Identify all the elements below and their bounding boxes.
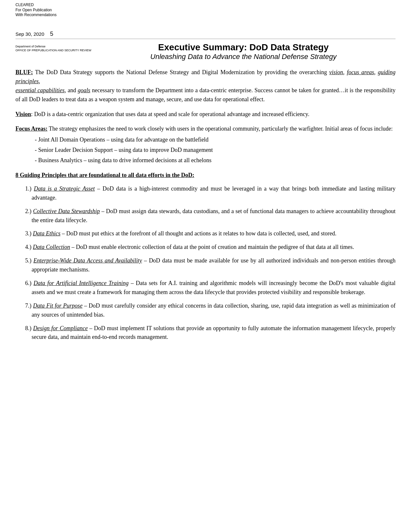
vision-label: Vision bbox=[15, 111, 31, 117]
focus-text: The strategy emphasizes the need to work… bbox=[47, 125, 393, 132]
principle-3-title: Data Ethics bbox=[33, 230, 61, 237]
principle-1-title: Data is a Strategic Asset bbox=[34, 185, 95, 192]
focus-item-1: Joint All Domain Operations – using data… bbox=[35, 135, 396, 144]
main-content: BLUF: The DoD Data Strategy supports the… bbox=[15, 68, 396, 342]
cleared-stamp: CLEARED For Open Publication With Recomm… bbox=[15, 3, 56, 18]
principle-2: 2.) Collective Data Stewardship – DoD mu… bbox=[25, 207, 396, 225]
principle-4-text: DoD must enable electronic collection of… bbox=[76, 244, 354, 250]
principle-3-text: DoD must put ethics at the forefront of … bbox=[66, 230, 337, 237]
date-number: 5 bbox=[50, 31, 53, 37]
office-line1: Department of Defense bbox=[15, 45, 91, 49]
principle-6-title: Data for Artificial Intelligence Trainin… bbox=[34, 280, 129, 286]
bluf-paragraph: BLUF: The DoD Data Strategy supports the… bbox=[15, 68, 396, 104]
guiding-header: 8 Guiding Principles that are foundation… bbox=[15, 171, 396, 180]
vision-paragraph: Vision: DoD is a data-centric organizati… bbox=[15, 110, 396, 119]
guiding-header-text: that are foundational to all data effort… bbox=[66, 172, 194, 178]
principle-8-title: Design for Compliance bbox=[33, 325, 88, 331]
focus-item-3: Business Analytics – using data to drive… bbox=[35, 156, 396, 165]
cleared-line2: For Open Publication bbox=[15, 8, 56, 13]
principle-6: 6.) Data for Artificial Intelligence Tra… bbox=[25, 279, 396, 297]
focus-label: Focus Areas: bbox=[15, 125, 47, 132]
cleared-line1: CLEARED bbox=[15, 3, 56, 8]
title-main: Executive Summary: DoD Data Strategy bbox=[91, 42, 396, 53]
office-label: Department of Defense OFFICE OF PREPUBLI… bbox=[15, 42, 91, 52]
bluf-goals: goals bbox=[78, 87, 90, 94]
bluf-essential: essential capabilities bbox=[15, 87, 64, 94]
principle-2-title: Collective Data Stewardship bbox=[33, 208, 100, 214]
principle-1: 1.) Data is a Strategic Asset – DoD data… bbox=[25, 184, 396, 202]
title-subtitle: Unleashing Data to Advance the National … bbox=[91, 53, 396, 61]
principle-4-title: Data Collection bbox=[33, 244, 70, 250]
bluf-text1: The DoD Data Strategy supports the Natio… bbox=[33, 69, 329, 75]
focus-paragraph: Focus Areas: The strategy emphasizes the… bbox=[15, 124, 396, 133]
principle-8: 8.) Design for Compliance – DoD must imp… bbox=[25, 324, 396, 342]
bluf-vision: vision bbox=[329, 69, 343, 75]
principle-3: 3.) Data Ethics – DoD must put ethics at… bbox=[25, 229, 396, 238]
principle-5-title: Enterprise-Wide Data Access and Availabi… bbox=[34, 257, 142, 264]
bluf-focus-areas: focus areas bbox=[347, 69, 374, 75]
date-text: Sep 30, 2020 bbox=[15, 31, 44, 37]
principle-4: 4.) Data Collection – DoD must enable el… bbox=[25, 243, 396, 252]
principle-7-title: Data Fit for Purpose bbox=[33, 302, 83, 309]
principle-5: 5.) Enterprise-Wide Data Access and Avai… bbox=[25, 256, 396, 274]
bluf-label: BLUF: bbox=[15, 69, 33, 75]
office-line2: OFFICE OF PREPUBLICATION AND SECURITY RE… bbox=[15, 49, 91, 53]
divider bbox=[15, 39, 396, 39]
vision-text: DoD is a data-centric organization that … bbox=[33, 111, 309, 117]
guiding-header-bold: 8 Guiding Principles bbox=[15, 172, 66, 178]
office-header: Department of Defense OFFICE OF PREPUBLI… bbox=[15, 42, 396, 61]
focus-list: Joint All Domain Operations – using data… bbox=[35, 135, 396, 165]
main-title: Executive Summary: DoD Data Strategy Unl… bbox=[91, 42, 396, 61]
date-line: Sep 30, 2020 5 bbox=[15, 31, 411, 37]
cleared-line3: With Recommendations bbox=[15, 13, 56, 18]
guiding-principles-list: 1.) Data is a Strategic Asset – DoD data… bbox=[25, 184, 396, 342]
focus-item-2: Senior Leader Decision Support – using d… bbox=[35, 146, 396, 155]
principle-7: 7.) Data Fit for Purpose – DoD must care… bbox=[25, 301, 396, 320]
